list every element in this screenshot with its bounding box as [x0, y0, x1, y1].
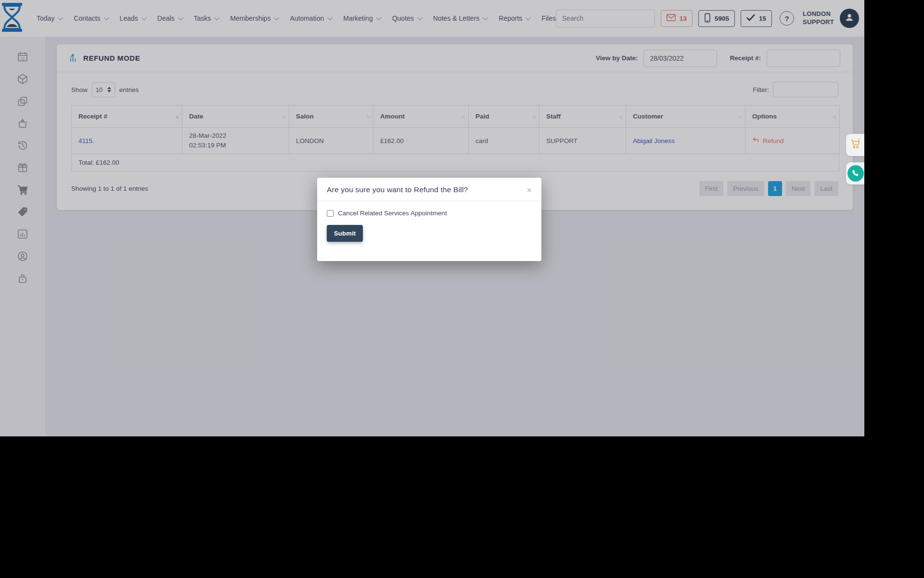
cancel-services-row: Cancel Related Services Appointment — [327, 210, 532, 217]
cancel-related-services-checkbox[interactable] — [327, 210, 334, 217]
cart-icon — [850, 138, 861, 152]
whatsapp-icon — [847, 165, 864, 182]
app-window: Today Contacts Leads Deals Tasks Members… — [0, 0, 864, 436]
submit-button[interactable]: Submit — [327, 225, 363, 242]
floating-whatsapp-button[interactable] — [846, 162, 864, 184]
floating-cart-button[interactable] — [846, 134, 864, 156]
checkbox-label: Cancel Related Services Appointment — [338, 210, 447, 217]
modal-header: Are you sure you want to Refund the Bill… — [317, 178, 541, 201]
modal-title: Are you sure you want to Refund the Bill… — [327, 185, 468, 194]
refund-confirm-modal: Are you sure you want to Refund the Bill… — [317, 178, 541, 261]
close-icon[interactable]: × — [526, 185, 533, 195]
modal-body: Cancel Related Services Appointment Subm… — [317, 201, 541, 250]
